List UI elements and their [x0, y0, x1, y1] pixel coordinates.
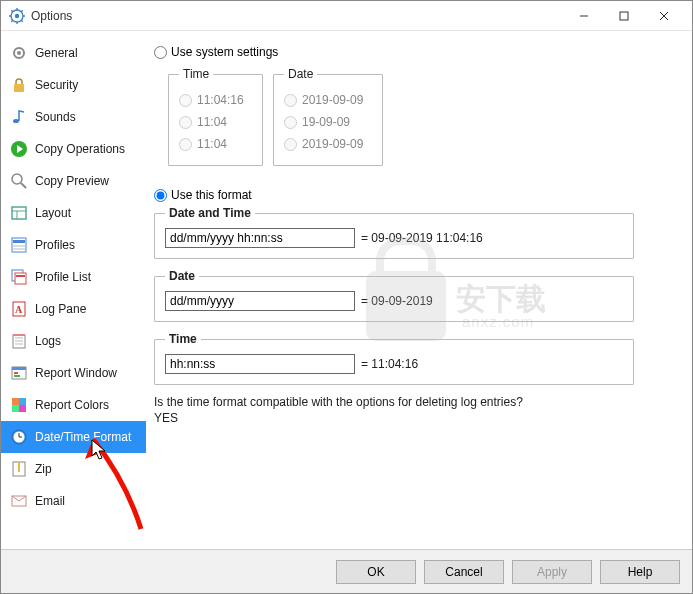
help-button[interactable]: Help — [600, 560, 680, 584]
sidebar-item-email[interactable]: Email — [1, 485, 146, 517]
sidebar-item-logs[interactable]: Logs — [1, 325, 146, 357]
sidebar-item-label: Log Pane — [35, 302, 86, 316]
close-button[interactable] — [644, 2, 684, 30]
sidebar-item-label: General — [35, 46, 78, 60]
apply-button[interactable]: Apply — [512, 560, 592, 584]
layout-icon — [7, 204, 31, 222]
date-format-legend: Date — [165, 269, 199, 283]
time-format-input[interactable] — [165, 354, 355, 374]
cancel-button[interactable]: Cancel — [424, 560, 504, 584]
svg-point-7 — [17, 51, 21, 55]
svg-line-12 — [21, 183, 26, 188]
lock-icon — [7, 76, 31, 94]
svg-rect-3 — [620, 12, 628, 20]
sidebar-item-security[interactable]: Security — [1, 69, 146, 101]
sidebar-item-label: Report Colors — [35, 398, 109, 412]
envelope-icon — [7, 492, 31, 510]
body-area: General Security Sounds Copy Operations … — [1, 31, 692, 549]
time-group: Time 11:04:16 11:04 11:04 — [168, 67, 263, 166]
datetime-format-input[interactable] — [165, 228, 355, 248]
datetime-format-example: = 09-09-2019 11:04:16 — [361, 231, 483, 245]
sidebar-item-label: Copy Operations — [35, 142, 125, 156]
time-format-example: = 11:04:16 — [361, 357, 418, 371]
sidebar: General Security Sounds Copy Operations … — [1, 31, 146, 549]
compatibility-question: Is the time format compatible with the o… — [154, 395, 674, 409]
sidebar-item-label: Profiles — [35, 238, 75, 252]
sidebar-item-report-colors[interactable]: Report Colors — [1, 389, 146, 421]
clock-icon — [7, 428, 31, 446]
sidebar-item-date-time-format[interactable]: Date/Time Format — [1, 421, 146, 453]
svg-rect-31 — [12, 367, 26, 370]
date-option-1[interactable]: 19-09-09 — [284, 111, 372, 133]
svg-point-1 — [15, 13, 19, 17]
svg-rect-37 — [19, 405, 26, 412]
sidebar-item-label: Security — [35, 78, 78, 92]
date-option-0[interactable]: 2019-09-09 — [284, 89, 372, 111]
svg-point-11 — [12, 174, 22, 184]
date-format-input[interactable] — [165, 291, 355, 311]
sidebar-item-sounds[interactable]: Sounds — [1, 101, 146, 133]
window-title: Options — [31, 9, 564, 23]
maximize-button[interactable] — [604, 2, 644, 30]
time-format-legend: Time — [165, 332, 201, 346]
date-group: Date 2019-09-09 19-09-09 2019-09-09 — [273, 67, 383, 166]
svg-rect-8 — [14, 84, 24, 92]
svg-rect-43 — [18, 462, 20, 472]
svg-rect-32 — [14, 372, 18, 374]
minimize-button[interactable] — [564, 2, 604, 30]
sidebar-item-label: Date/Time Format — [35, 430, 131, 444]
datetime-format-group: Date and Time = 09-09-2019 11:04:16 — [154, 206, 634, 259]
title-bar: Options — [1, 1, 692, 31]
date-option-2[interactable]: 2019-09-09 — [284, 133, 372, 155]
time-legend: Time — [179, 67, 213, 81]
svg-rect-36 — [12, 405, 19, 412]
use-this-format-radio[interactable]: Use this format — [154, 188, 674, 202]
svg-text:A: A — [15, 304, 23, 315]
zip-icon — [7, 460, 31, 478]
ok-button[interactable]: OK — [336, 560, 416, 584]
sidebar-item-label: Email — [35, 494, 65, 508]
sidebar-item-report-window[interactable]: Report Window — [1, 357, 146, 389]
svg-point-9 — [13, 119, 19, 123]
sidebar-item-general[interactable]: General — [1, 37, 146, 69]
play-icon — [7, 140, 31, 158]
svg-rect-21 — [15, 273, 26, 284]
sidebar-item-label: Zip — [35, 462, 52, 476]
date-legend: Date — [284, 67, 317, 81]
svg-rect-29 — [13, 334, 25, 336]
sidebar-item-profiles[interactable]: Profiles — [1, 229, 146, 261]
datetime-format-legend: Date and Time — [165, 206, 255, 220]
time-option-1[interactable]: 11:04 — [179, 111, 252, 133]
time-option-0[interactable]: 11:04:16 — [179, 89, 252, 111]
svg-rect-33 — [14, 375, 20, 377]
color-swatch-icon — [7, 396, 31, 414]
svg-rect-13 — [12, 207, 26, 219]
svg-rect-17 — [13, 240, 25, 243]
list-select-icon — [7, 236, 31, 254]
sidebar-item-profile-list[interactable]: Profile List — [1, 261, 146, 293]
sidebar-item-zip[interactable]: Zip — [1, 453, 146, 485]
sidebar-item-log-pane[interactable]: A Log Pane — [1, 293, 146, 325]
sidebar-item-copy-operations[interactable]: Copy Operations — [1, 133, 146, 165]
sidebar-item-label: Profile List — [35, 270, 91, 284]
sidebar-item-label: Layout — [35, 206, 71, 220]
date-format-group: Date = 09-09-2019 — [154, 269, 634, 322]
music-note-icon — [7, 108, 31, 126]
magnifier-icon — [7, 172, 31, 190]
gear-icon — [7, 44, 31, 62]
content-panel: Use system settings Time 11:04:16 11:04 … — [146, 31, 692, 549]
date-format-example: = 09-09-2019 — [361, 294, 433, 308]
sidebar-item-layout[interactable]: Layout — [1, 197, 146, 229]
use-system-settings-label: Use system settings — [171, 45, 278, 59]
compatibility-answer: YES — [154, 411, 674, 425]
button-bar: OK Cancel Apply Help — [1, 549, 692, 593]
sidebar-item-copy-preview[interactable]: Copy Preview — [1, 165, 146, 197]
svg-rect-34 — [12, 398, 19, 405]
time-option-2[interactable]: 11:04 — [179, 133, 252, 155]
use-system-settings-radio[interactable]: Use system settings — [154, 45, 674, 59]
notepad-icon — [7, 332, 31, 350]
sidebar-item-label: Report Window — [35, 366, 117, 380]
list-multi-icon — [7, 268, 31, 286]
sidebar-item-label: Copy Preview — [35, 174, 109, 188]
svg-rect-35 — [19, 398, 26, 405]
